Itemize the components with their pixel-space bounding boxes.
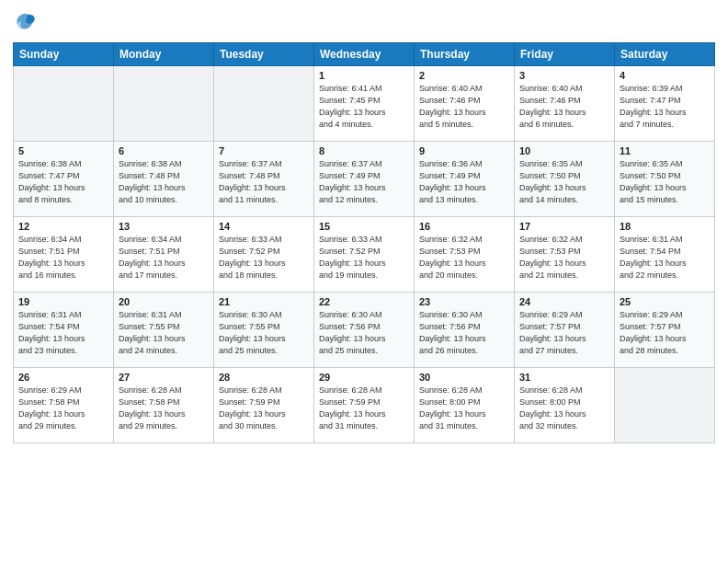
day-info: Sunrise: 6:28 AM Sunset: 7:59 PM Dayligh… <box>219 385 309 432</box>
day-number: 8 <box>319 145 409 156</box>
day-info: Sunrise: 6:28 AM Sunset: 7:58 PM Dayligh… <box>119 385 209 432</box>
weekday-header-wednesday: Wednesday <box>314 43 415 66</box>
calendar-cell: 13Sunrise: 6:34 AM Sunset: 7:51 PM Dayli… <box>114 217 214 293</box>
day-info: Sunrise: 6:32 AM Sunset: 7:53 PM Dayligh… <box>419 234 509 282</box>
logo <box>13 9 42 35</box>
day-number: 10 <box>519 145 609 156</box>
weekday-header-tuesday: Tuesday <box>214 43 314 66</box>
calendar-cell: 14Sunrise: 6:33 AM Sunset: 7:52 PM Dayli… <box>214 217 314 293</box>
calendar-cell: 21Sunrise: 6:30 AM Sunset: 7:55 PM Dayli… <box>214 293 314 368</box>
day-info: Sunrise: 6:31 AM Sunset: 7:55 PM Dayligh… <box>119 309 209 357</box>
day-number: 27 <box>119 372 209 383</box>
week-row-1: 1Sunrise: 6:41 AM Sunset: 7:45 PM Daylig… <box>14 66 715 142</box>
calendar-cell: 11Sunrise: 6:35 AM Sunset: 7:50 PM Dayli… <box>615 142 715 217</box>
header <box>13 9 715 35</box>
day-info: Sunrise: 6:31 AM Sunset: 7:54 PM Dayligh… <box>18 309 108 357</box>
day-info: Sunrise: 6:39 AM Sunset: 7:47 PM Dayligh… <box>620 83 710 131</box>
day-info: Sunrise: 6:30 AM Sunset: 7:56 PM Dayligh… <box>319 309 409 357</box>
weekday-header-monday: Monday <box>114 43 214 66</box>
day-number: 24 <box>519 296 609 307</box>
day-number: 20 <box>119 296 209 307</box>
calendar-cell: 19Sunrise: 6:31 AM Sunset: 7:54 PM Dayli… <box>14 293 114 368</box>
week-row-2: 5Sunrise: 6:38 AM Sunset: 7:47 PM Daylig… <box>14 142 715 217</box>
week-row-4: 19Sunrise: 6:31 AM Sunset: 7:54 PM Dayli… <box>14 293 715 368</box>
calendar-cell: 7Sunrise: 6:37 AM Sunset: 7:48 PM Daylig… <box>214 142 314 217</box>
day-number: 28 <box>219 372 309 383</box>
calendar-cell <box>114 66 214 142</box>
calendar-cell: 3Sunrise: 6:40 AM Sunset: 7:46 PM Daylig… <box>515 66 615 142</box>
day-number: 2 <box>419 70 509 81</box>
calendar-cell: 23Sunrise: 6:30 AM Sunset: 7:56 PM Dayli… <box>415 293 515 368</box>
week-row-3: 12Sunrise: 6:34 AM Sunset: 7:51 PM Dayli… <box>14 217 715 293</box>
day-info: Sunrise: 6:34 AM Sunset: 7:51 PM Dayligh… <box>119 234 209 282</box>
day-info: Sunrise: 6:31 AM Sunset: 7:54 PM Dayligh… <box>620 234 710 282</box>
day-number: 4 <box>620 70 710 81</box>
calendar-cell: 31Sunrise: 6:28 AM Sunset: 8:00 PM Dayli… <box>515 368 615 443</box>
calendar-cell: 1Sunrise: 6:41 AM Sunset: 7:45 PM Daylig… <box>314 66 415 142</box>
day-info: Sunrise: 6:30 AM Sunset: 7:55 PM Dayligh… <box>219 309 309 357</box>
weekday-header-saturday: Saturday <box>615 43 715 66</box>
day-number: 18 <box>620 221 710 232</box>
calendar-cell: 12Sunrise: 6:34 AM Sunset: 7:51 PM Dayli… <box>14 217 114 293</box>
day-info: Sunrise: 6:41 AM Sunset: 7:45 PM Dayligh… <box>319 83 409 131</box>
calendar-cell: 20Sunrise: 6:31 AM Sunset: 7:55 PM Dayli… <box>114 293 214 368</box>
calendar-cell: 15Sunrise: 6:33 AM Sunset: 7:52 PM Dayli… <box>314 217 415 293</box>
day-number: 22 <box>319 296 409 307</box>
calendar-cell <box>214 66 314 142</box>
day-number: 7 <box>219 145 309 156</box>
calendar-cell: 26Sunrise: 6:29 AM Sunset: 7:58 PM Dayli… <box>14 368 114 443</box>
day-number: 15 <box>319 221 409 232</box>
day-number: 17 <box>519 221 609 232</box>
calendar-cell: 22Sunrise: 6:30 AM Sunset: 7:56 PM Dayli… <box>314 293 415 368</box>
calendar-cell <box>615 368 715 443</box>
weekday-header-sunday: Sunday <box>14 43 114 66</box>
day-info: Sunrise: 6:33 AM Sunset: 7:52 PM Dayligh… <box>319 234 409 282</box>
day-info: Sunrise: 6:28 AM Sunset: 8:00 PM Dayligh… <box>519 385 609 432</box>
calendar-cell: 6Sunrise: 6:38 AM Sunset: 7:48 PM Daylig… <box>114 142 214 217</box>
day-info: Sunrise: 6:28 AM Sunset: 8:00 PM Dayligh… <box>419 385 509 432</box>
day-info: Sunrise: 6:35 AM Sunset: 7:50 PM Dayligh… <box>519 158 609 206</box>
calendar-cell: 28Sunrise: 6:28 AM Sunset: 7:59 PM Dayli… <box>214 368 314 443</box>
weekday-header-thursday: Thursday <box>415 43 515 66</box>
calendar-cell: 8Sunrise: 6:37 AM Sunset: 7:49 PM Daylig… <box>314 142 415 217</box>
day-info: Sunrise: 6:38 AM Sunset: 7:48 PM Dayligh… <box>119 158 209 206</box>
day-info: Sunrise: 6:38 AM Sunset: 7:47 PM Dayligh… <box>18 158 108 206</box>
calendar-cell: 5Sunrise: 6:38 AM Sunset: 7:47 PM Daylig… <box>14 142 114 217</box>
page: SundayMondayTuesdayWednesdayThursdayFrid… <box>0 0 728 563</box>
day-info: Sunrise: 6:32 AM Sunset: 7:53 PM Dayligh… <box>519 234 609 282</box>
weekday-header-friday: Friday <box>515 43 615 66</box>
day-number: 12 <box>18 221 108 232</box>
day-number: 21 <box>219 296 309 307</box>
day-number: 3 <box>519 70 609 81</box>
calendar-cell: 30Sunrise: 6:28 AM Sunset: 8:00 PM Dayli… <box>415 368 515 443</box>
calendar-cell: 17Sunrise: 6:32 AM Sunset: 7:53 PM Dayli… <box>515 217 615 293</box>
calendar-cell: 27Sunrise: 6:28 AM Sunset: 7:58 PM Dayli… <box>114 368 214 443</box>
day-number: 23 <box>419 296 509 307</box>
day-number: 5 <box>18 145 108 156</box>
day-number: 31 <box>519 372 609 383</box>
day-info: Sunrise: 6:40 AM Sunset: 7:46 PM Dayligh… <box>419 83 509 131</box>
calendar-cell: 24Sunrise: 6:29 AM Sunset: 7:57 PM Dayli… <box>515 293 615 368</box>
day-number: 13 <box>119 221 209 232</box>
day-info: Sunrise: 6:37 AM Sunset: 7:49 PM Dayligh… <box>319 158 409 206</box>
day-number: 30 <box>419 372 509 383</box>
day-number: 19 <box>18 296 108 307</box>
calendar-cell: 16Sunrise: 6:32 AM Sunset: 7:53 PM Dayli… <box>415 217 515 293</box>
calendar-cell: 18Sunrise: 6:31 AM Sunset: 7:54 PM Dayli… <box>615 217 715 293</box>
logo-icon <box>13 9 39 35</box>
day-number: 9 <box>419 145 509 156</box>
calendar-cell: 29Sunrise: 6:28 AM Sunset: 7:59 PM Dayli… <box>314 368 415 443</box>
calendar-cell: 4Sunrise: 6:39 AM Sunset: 7:47 PM Daylig… <box>615 66 715 142</box>
day-number: 11 <box>620 145 710 156</box>
calendar-cell: 10Sunrise: 6:35 AM Sunset: 7:50 PM Dayli… <box>515 142 615 217</box>
day-info: Sunrise: 6:29 AM Sunset: 7:57 PM Dayligh… <box>519 309 609 357</box>
week-row-5: 26Sunrise: 6:29 AM Sunset: 7:58 PM Dayli… <box>14 368 715 443</box>
calendar-cell: 2Sunrise: 6:40 AM Sunset: 7:46 PM Daylig… <box>415 66 515 142</box>
day-info: Sunrise: 6:29 AM Sunset: 7:57 PM Dayligh… <box>620 309 710 357</box>
calendar-cell: 25Sunrise: 6:29 AM Sunset: 7:57 PM Dayli… <box>615 293 715 368</box>
day-number: 14 <box>219 221 309 232</box>
day-info: Sunrise: 6:28 AM Sunset: 7:59 PM Dayligh… <box>319 385 409 432</box>
day-info: Sunrise: 6:36 AM Sunset: 7:49 PM Dayligh… <box>419 158 509 206</box>
calendar-table: SundayMondayTuesdayWednesdayThursdayFrid… <box>13 42 715 443</box>
day-info: Sunrise: 6:35 AM Sunset: 7:50 PM Dayligh… <box>620 158 710 206</box>
